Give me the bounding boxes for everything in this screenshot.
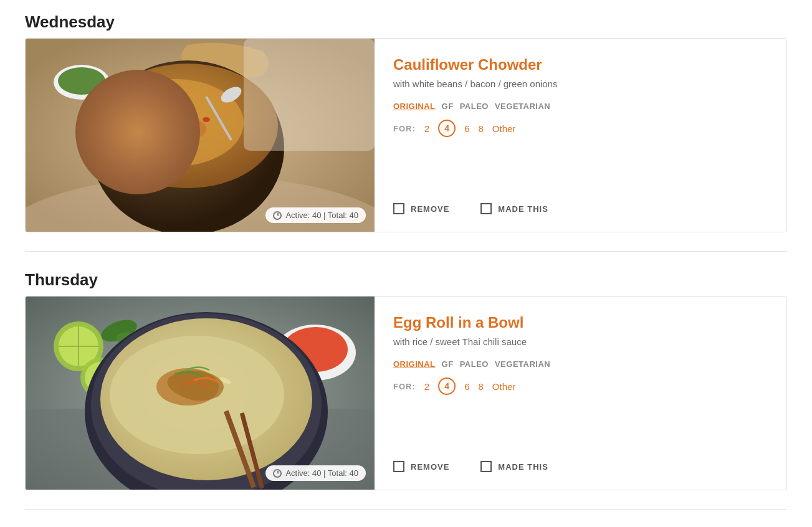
tag-paleo-thursday: PALEO	[460, 359, 489, 369]
wednesday-timer-text: Active: 40 | Total: 40	[285, 211, 358, 220]
svg-point-14	[163, 97, 175, 105]
clock-icon-wednesday	[273, 211, 282, 220]
wednesday-remove-action[interactable]: REMOVE	[393, 203, 449, 214]
svg-point-6	[107, 79, 244, 166]
svg-point-12	[158, 130, 167, 135]
svg-rect-17	[244, 39, 375, 151]
thursday-serving-2[interactable]: 2	[424, 381, 429, 392]
tag-original-wednesday[interactable]: ORIGINAL	[393, 102, 436, 111]
wednesday-made-this-checkbox[interactable]	[480, 203, 492, 214]
wednesday-meal-tags: ORIGINAL GF PALEO VEGETARIAN	[393, 102, 768, 111]
thursday-day-label: Thursday	[25, 270, 787, 290]
wednesday-meal-image: Active: 40 | Total: 40	[26, 39, 375, 232]
svg-point-3	[58, 67, 105, 95]
thursday-meal-tags: ORIGINAL GF PALEO VEGETARIAN	[393, 359, 768, 369]
thursday-meal-image: Active: 40 | Total: 40	[26, 297, 375, 490]
tag-gf-thursday: GF	[442, 359, 454, 369]
wednesday-meal-subtitle: with white beans / bacon / green onions	[393, 78, 768, 89]
thursday-serving-other[interactable]: Other	[492, 381, 516, 392]
svg-point-13	[141, 99, 160, 109]
wednesday-soup-image	[26, 39, 375, 232]
wednesday-serving-4-selected[interactable]: 4	[438, 120, 456, 137]
wednesday-meal-actions: REMOVE MADE THIS	[393, 203, 768, 214]
wednesday-timer-badge: Active: 40 | Total: 40	[265, 207, 366, 223]
tag-vegetarian-thursday: VEGETARIAN	[495, 359, 550, 369]
thursday-serving-row: FOR: 2 4 6 8 Other	[393, 377, 768, 395]
thursday-meal-card: Active: 40 | Total: 40 Egg Roll in a Bow…	[25, 296, 787, 490]
wednesday-section: Wednesday	[25, 12, 787, 252]
wednesday-serving-2[interactable]: 2	[424, 123, 429, 134]
tag-vegetarian-wednesday: VEGETARIAN	[495, 102, 550, 111]
thursday-made-this-action[interactable]: MADE THIS	[480, 461, 548, 472]
thursday-timer-text: Active: 40 | Total: 40	[285, 468, 358, 478]
thursday-remove-checkbox[interactable]	[393, 461, 404, 472]
tag-original-thursday[interactable]: ORIGINAL	[393, 359, 436, 369]
wednesday-meal-info: Cauliflower Chowder with white beans / b…	[375, 39, 786, 232]
svg-point-8	[181, 120, 206, 138]
thursday-serving-6[interactable]: 6	[464, 381, 469, 392]
thursday-meal-title: Egg Roll in a Bowl	[393, 314, 768, 331]
wednesday-made-this-action[interactable]: MADE THIS	[480, 203, 548, 214]
wednesday-serving-8[interactable]: 8	[478, 123, 483, 134]
thursday-made-this-checkbox[interactable]	[480, 461, 492, 472]
wednesday-meal-title: Cauliflower Chowder	[393, 56, 768, 74]
thursday-bowl-image	[26, 297, 375, 490]
thursday-timer-badge: Active: 40 | Total: 40	[265, 465, 366, 481]
thursday-made-this-label: MADE THIS	[498, 462, 548, 472]
svg-point-7	[147, 102, 178, 125]
thursday-meal-subtitle: with rice / sweet Thai chili sauce	[393, 336, 768, 347]
thursday-meal-actions: REMOVE MADE THIS	[393, 461, 768, 472]
thursday-meal-info: Egg Roll in a Bowl with rice / sweet Tha…	[375, 297, 786, 490]
clock-icon-thursday	[273, 469, 282, 478]
thursday-remove-label: REMOVE	[411, 462, 449, 472]
tag-paleo-wednesday: PALEO	[460, 102, 489, 111]
page-container: Wednesday	[0, 0, 812, 527]
wednesday-meal-card: Active: 40 | Total: 40 Cauliflower Chowd…	[25, 38, 787, 232]
wednesday-svg	[26, 39, 375, 232]
thursday-svg	[26, 297, 375, 490]
svg-point-9	[127, 126, 149, 144]
thursday-serving-4-selected[interactable]: 4	[438, 377, 456, 395]
wednesday-serving-row: FOR: 2 4 6 8 Other	[393, 120, 768, 137]
wednesday-for-label: FOR:	[393, 124, 416, 133]
thursday-remove-action[interactable]: REMOVE	[393, 461, 449, 472]
thursday-serving-8[interactable]: 8	[478, 381, 483, 392]
thursday-section: Thursday	[25, 270, 787, 510]
wednesday-remove-checkbox[interactable]	[393, 203, 404, 214]
svg-point-10	[176, 104, 186, 110]
wednesday-serving-6[interactable]: 6	[464, 123, 469, 134]
wednesday-remove-label: REMOVE	[411, 204, 449, 214]
wednesday-day-label: Wednesday	[25, 12, 787, 32]
tag-gf-wednesday: GF	[442, 102, 454, 111]
wednesday-serving-other[interactable]: Other	[492, 123, 516, 134]
svg-point-11	[203, 117, 210, 122]
thursday-for-label: FOR:	[393, 382, 416, 391]
wednesday-made-this-label: MADE THIS	[498, 204, 548, 214]
